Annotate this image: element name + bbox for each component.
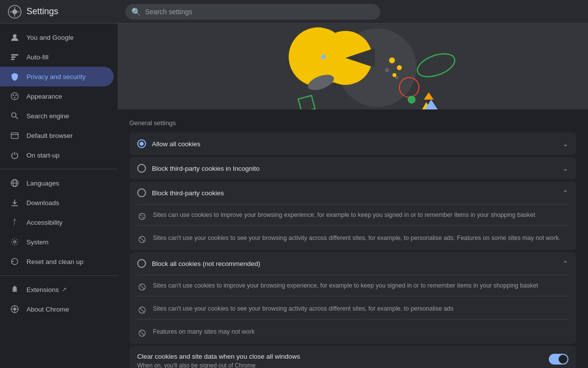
sidebar-label: About Chrome xyxy=(26,306,69,313)
sidebar-label: Languages xyxy=(26,180,59,187)
block-third-party-chevron: ⌃ xyxy=(563,189,568,197)
external-link-icon: ↗ xyxy=(62,286,67,293)
power-icon xyxy=(10,150,20,160)
svg-line-49 xyxy=(140,308,145,313)
sub-text-3: Sites can't use cookies to improve your … xyxy=(153,281,538,290)
settings-title: Settings xyxy=(26,6,58,17)
svg-point-18 xyxy=(14,219,16,220)
svg-point-40 xyxy=(140,214,141,215)
banner-illustration xyxy=(118,24,588,109)
svg-point-10 xyxy=(12,113,16,117)
svg-point-7 xyxy=(13,95,14,96)
block-third-party-label: Block third-party cookies xyxy=(152,189,557,197)
sidebar-item-default-browser[interactable]: Default browser xyxy=(0,126,114,145)
download-icon xyxy=(10,198,20,208)
svg-point-8 xyxy=(15,95,17,96)
reset-icon xyxy=(10,257,20,266)
sidebar-item-system[interactable]: System xyxy=(0,232,114,252)
sidebar-item-privacy-security[interactable]: Privacy and security xyxy=(0,67,114,86)
sidebar-item-search-engine[interactable]: Search engine xyxy=(0,106,114,126)
svg-point-43 xyxy=(143,217,144,218)
chrome-settings-icon xyxy=(8,5,22,19)
sub-item-2: Sites can't use your cookies to see your… xyxy=(137,228,568,246)
header: Settings 🔍 xyxy=(0,0,588,24)
svg-line-51 xyxy=(140,331,145,336)
svg-point-19 xyxy=(14,241,16,243)
sidebar-item-autofill[interactable]: Auto-fill xyxy=(0,47,114,67)
block-third-party-expand: Sites can use cookies to improve your br… xyxy=(129,205,576,250)
sidebar: You and Google Auto-fill Privacy and sec… xyxy=(0,24,118,368)
block-icon-1 xyxy=(137,235,147,244)
header-logo: Settings xyxy=(8,5,125,19)
sidebar-item-reset-cleanup[interactable]: Reset and clean up xyxy=(0,252,114,271)
svg-point-26 xyxy=(397,65,402,70)
search-bar: 🔍 xyxy=(125,4,380,20)
svg-point-35 xyxy=(408,96,416,104)
browser-icon xyxy=(10,131,20,140)
block-incognito-card: Block third-party cookies in Incognito ⌄ xyxy=(129,157,576,180)
sub-item-5: Features on many sites may not work xyxy=(137,321,568,340)
block-incognito-header[interactable]: Block third-party cookies in Incognito ⌄ xyxy=(129,157,576,180)
sidebar-label: Accessibility xyxy=(26,219,63,226)
globe-icon xyxy=(10,178,20,188)
sidebar-item-appearance[interactable]: Appearance xyxy=(0,86,114,106)
sidebar-item-extensions[interactable]: Extensions ↗ xyxy=(0,280,114,299)
sidebar-item-languages[interactable]: Languages xyxy=(0,173,114,193)
search-icon: 🔍 xyxy=(131,7,141,16)
allow-all-cookies-header[interactable]: Allow all cookies ⌄ xyxy=(129,132,576,155)
clear-cookies-toggle-section: Clear cookies and site data when you clo… xyxy=(129,346,576,368)
sub-item-4: Sites can't use your cookies to see your… xyxy=(137,298,568,317)
allow-all-radio[interactable] xyxy=(137,139,146,148)
search-input[interactable] xyxy=(125,4,380,20)
svg-point-9 xyxy=(14,97,16,98)
svg-point-25 xyxy=(389,57,395,63)
svg-point-27 xyxy=(392,73,396,77)
block-incognito-radio[interactable] xyxy=(137,164,146,173)
sub-divider-2 xyxy=(137,296,568,296)
accessibility-icon xyxy=(10,217,20,227)
sidebar-label: You and Google xyxy=(26,34,74,41)
sidebar-label: On start-up xyxy=(26,152,60,159)
sidebar-item-you-and-google[interactable]: You and Google xyxy=(0,27,114,47)
block-all-label: Block all cookies (not recommended) xyxy=(152,260,557,267)
block-icon-3 xyxy=(137,305,147,315)
block-icon-2 xyxy=(137,282,147,292)
block-incognito-label: Block third-party cookies in Incognito xyxy=(152,165,557,172)
block-incognito-chevron: ⌄ xyxy=(563,164,568,172)
sidebar-item-downloads[interactable]: Downloads xyxy=(0,193,114,212)
svg-point-6 xyxy=(11,93,18,100)
svg-point-1 xyxy=(12,9,17,14)
sidebar-item-on-startup[interactable]: On start-up xyxy=(0,145,114,165)
block-all-cookies-header[interactable]: Block all cookies (not recommended) ⌃ xyxy=(129,252,576,275)
block-all-radio[interactable] xyxy=(137,259,146,268)
sidebar-label: Auto-fill xyxy=(26,53,49,61)
clear-cookies-title: Clear cookies and site data when you clo… xyxy=(137,353,543,360)
block-third-party-radio[interactable] xyxy=(137,188,146,197)
person-icon xyxy=(10,32,20,42)
clear-cookies-subtitle: When on, you'll also be signed out of Ch… xyxy=(137,362,543,368)
sidebar-label: Search engine xyxy=(26,112,69,120)
sidebar-label: Privacy and security xyxy=(26,73,86,80)
sidebar-item-about-chrome[interactable]: About Chrome xyxy=(0,299,114,319)
svg-point-41 xyxy=(143,215,144,216)
block-all-expand: Sites can't use cookies to improve your … xyxy=(129,275,576,344)
clear-cookies-toggle[interactable] xyxy=(549,354,568,365)
search-engine-icon xyxy=(10,111,20,121)
allow-all-chevron: ⌄ xyxy=(563,140,568,148)
sub-divider-3 xyxy=(137,319,568,319)
svg-point-42 xyxy=(141,217,142,218)
layout: You and Google Auto-fill Privacy and sec… xyxy=(0,24,588,368)
svg-rect-3 xyxy=(11,54,18,56)
svg-rect-12 xyxy=(11,133,18,139)
sidebar-item-accessibility[interactable]: Accessibility xyxy=(0,212,114,232)
block-third-party-header[interactable]: Block third-party cookies ⌃ xyxy=(129,182,576,204)
sub-text-5: Features on many sites may not work xyxy=(153,327,255,337)
sub-divider xyxy=(137,225,568,226)
sidebar-label: Default browser xyxy=(26,132,73,139)
svg-rect-4 xyxy=(11,56,16,58)
shield-icon xyxy=(10,72,20,81)
allow-all-label: Allow all cookies xyxy=(152,140,557,148)
sub-text-1: Sites can use cookies to improve your br… xyxy=(153,210,535,220)
svg-point-37 xyxy=(395,76,398,79)
allow-all-cookies-card: Allow all cookies ⌄ xyxy=(129,132,576,155)
